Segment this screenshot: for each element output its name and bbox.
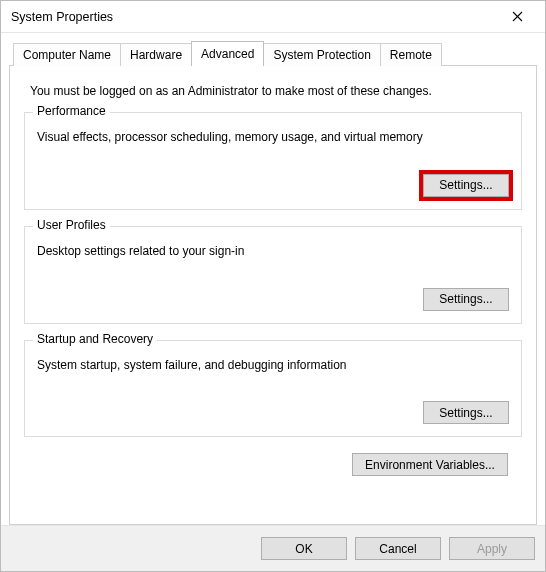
client-area: Computer Name Hardware Advanced System P… [1,33,545,525]
cancel-button[interactable]: Cancel [355,537,441,560]
user-profiles-settings-button[interactable]: Settings... [423,288,509,311]
tab-computer-name[interactable]: Computer Name [13,43,121,66]
titlebar: System Properties [1,1,545,33]
group-title: User Profiles [33,218,110,232]
window-title: System Properties [11,10,497,24]
environment-variables-row: Environment Variables... [24,453,522,488]
tab-panel-advanced: You must be logged on as an Administrato… [9,65,537,525]
tab-label: Hardware [130,48,182,62]
button-label: Apply [477,542,507,556]
tab-label: System Protection [273,48,370,62]
tab-label: Advanced [201,47,254,61]
ok-button[interactable]: OK [261,537,347,560]
button-label: Settings... [439,406,492,420]
apply-button[interactable]: Apply [449,537,535,560]
tab-remote[interactable]: Remote [380,43,442,66]
environment-variables-button[interactable]: Environment Variables... [352,453,508,476]
group-title: Performance [33,104,110,118]
group-actions: Settings... [35,401,511,426]
button-label: Settings... [439,178,492,192]
tab-advanced[interactable]: Advanced [191,41,264,66]
dialog-footer: OK Cancel Apply [1,525,545,571]
admin-notice: You must be logged on as an Administrato… [30,84,522,98]
close-icon [512,11,523,22]
group-actions: Settings... [35,174,511,199]
startup-recovery-settings-button[interactable]: Settings... [423,401,509,424]
group-description: Desktop settings related to your sign-in [37,243,511,260]
tab-label: Remote [390,48,432,62]
button-label: Environment Variables... [365,458,495,472]
performance-settings-button[interactable]: Settings... [423,174,509,197]
button-label: Cancel [379,542,416,556]
group-startup-recovery: Startup and Recovery System startup, sys… [24,340,522,438]
tab-system-protection[interactable]: System Protection [263,43,380,66]
group-user-profiles: User Profiles Desktop settings related t… [24,226,522,324]
tab-strip: Computer Name Hardware Advanced System P… [9,41,537,66]
tab-hardware[interactable]: Hardware [120,43,192,66]
button-label: OK [295,542,312,556]
group-title: Startup and Recovery [33,332,157,346]
group-description: System startup, system failure, and debu… [37,357,511,374]
button-label: Settings... [439,292,492,306]
system-properties-dialog: System Properties Computer Name Hardware… [0,0,546,572]
tab-label: Computer Name [23,48,111,62]
group-description: Visual effects, processor scheduling, me… [37,129,511,146]
group-performance: Performance Visual effects, processor sc… [24,112,522,210]
group-actions: Settings... [35,288,511,313]
close-button[interactable] [497,3,537,31]
